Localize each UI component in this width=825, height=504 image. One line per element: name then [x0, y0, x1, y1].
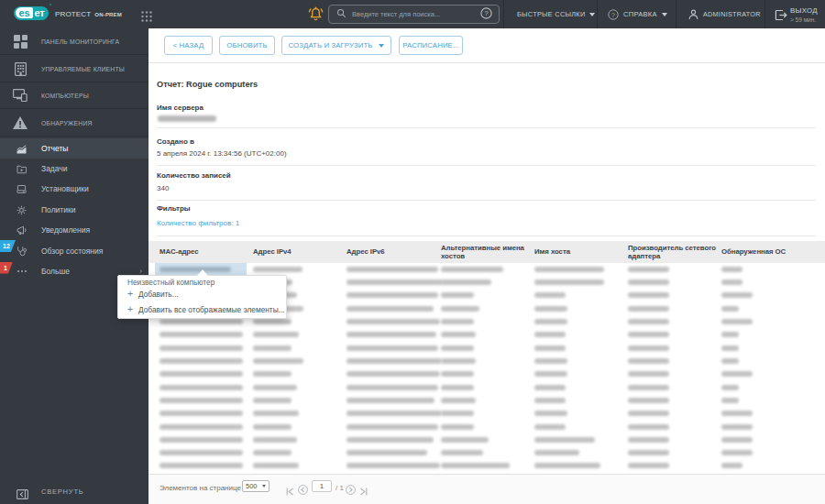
svg-text:?: ?	[611, 10, 615, 18]
svg-text:?: ?	[484, 9, 489, 17]
